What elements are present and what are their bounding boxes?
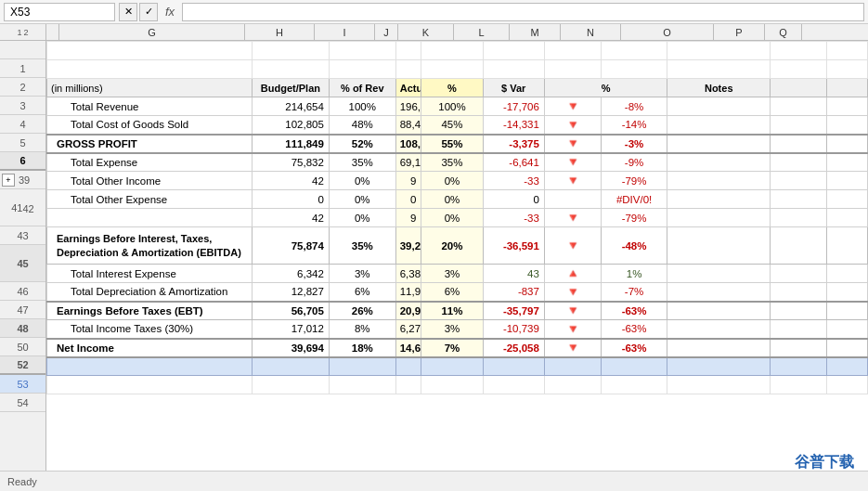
cell-53-j[interactable] — [770, 357, 826, 376]
cell-depreciation-notes — [667, 283, 771, 302]
cell-depreciation-var-pct: -7% — [601, 283, 667, 302]
col-header-k[interactable]: K — [398, 24, 454, 40]
cell-54-k[interactable] — [826, 376, 867, 394]
cell-53-e[interactable] — [421, 357, 483, 376]
col-header-m[interactable]: M — [510, 24, 561, 40]
cell-53-k[interactable] — [826, 357, 867, 376]
cell-interest-actuals: 6,385 — [395, 265, 421, 283]
col-header-n[interactable]: N — [561, 24, 621, 40]
cell-other-expense-var: 0 — [483, 190, 544, 209]
cell-revenue-var-pct: -8% — [601, 97, 667, 116]
cell-revenue-pct: 100% — [421, 97, 483, 116]
cell-54[interactable] — [47, 376, 253, 394]
cell-interest-var-pct: 1% — [601, 265, 667, 283]
cell-cogs-notes — [667, 116, 771, 135]
col-header-i[interactable]: I — [315, 24, 375, 40]
cell-ebt-var: -35,797 — [483, 302, 544, 320]
row-num-54: 54 — [0, 394, 45, 412]
cell-53-d[interactable] — [395, 357, 421, 376]
cell-expense-pct-rev: 35% — [329, 153, 395, 172]
cell-53-b[interactable] — [253, 357, 330, 376]
cancel-formula-button[interactable]: ✕ — [119, 3, 137, 21]
cell-depreciation-var: -837 — [483, 283, 544, 302]
table-row — [47, 60, 868, 79]
row-num-4: 4 — [0, 115, 45, 134]
table-row: 42 0% 9 0% -33 🔻 -79% — [47, 209, 868, 227]
cell-interest-icon: 🔺 — [544, 265, 601, 283]
table-row: Earnings Before Taxes (EBT) 56,705 26% 2… — [47, 302, 868, 320]
cell-ebitda-q — [826, 227, 867, 265]
table-row: Total Revenue 214,654 100% 196,947 100% … — [47, 97, 868, 116]
cell-other-income-var-pct: -79% — [601, 172, 667, 190]
cell-53-h[interactable] — [601, 357, 667, 376]
row-numbers-panel: 1 2 3 4 5 6 + 39 41 42 43 45 46 47 48 — [0, 41, 46, 471]
cell-53-i[interactable] — [667, 357, 771, 376]
cell-expense-q — [826, 153, 867, 172]
cell-gross-pct: 55% — [421, 135, 483, 153]
col-header-num — [46, 24, 59, 40]
cell-ebitda-p — [770, 227, 826, 265]
cell-54-e[interactable] — [421, 376, 483, 394]
grid-area: (in millions) Budget/Plan % of Rev Actua… — [46, 41, 868, 471]
cell-54-i[interactable] — [667, 376, 771, 394]
cell-reference-box[interactable] — [4, 3, 115, 21]
formula-buttons: ✕ ✓ — [119, 3, 158, 21]
cell-54-d[interactable] — [395, 376, 421, 394]
expand-button[interactable]: + — [2, 174, 15, 187]
level-1[interactable]: 1 — [17, 28, 21, 37]
cell-taxes-actuals: 6,272 — [395, 320, 421, 339]
cell-other-income-p — [770, 172, 826, 190]
column-header-row: 1 2 G H I J K L M N O P Q — [0, 24, 868, 41]
col-header-l[interactable]: L — [454, 24, 510, 40]
cell-54-g[interactable] — [544, 376, 601, 394]
cell-53-f[interactable] — [483, 357, 544, 376]
cell-revenue-budget: 214,654 — [253, 97, 330, 116]
cell-ebt-budget: 56,705 — [253, 302, 330, 320]
cell-expense-icon: 🔻 — [544, 153, 601, 172]
table-row: Total Expense 75,832 35% 69,191 35% -6,6… — [47, 153, 868, 172]
cell-gross-var: -3,375 — [483, 135, 544, 153]
cell-53-a[interactable] — [47, 357, 253, 376]
cell-subtotal-pct-rev: 0% — [329, 209, 395, 227]
cell-53-g[interactable] — [544, 357, 601, 376]
header-var-dollar: $ Var — [483, 79, 544, 97]
cell-54-f[interactable] — [483, 376, 544, 394]
cell-54-h[interactable] — [601, 376, 667, 394]
col-header-q[interactable]: Q — [765, 24, 802, 40]
col-header-o[interactable]: O — [621, 24, 714, 40]
col-header-h[interactable]: H — [245, 24, 315, 40]
cell-subtotal-icon: 🔻 — [544, 209, 601, 227]
cell-netincome-pct: 7% — [421, 339, 483, 357]
cell-netincome-notes — [667, 339, 771, 357]
cell-subtotal-actuals: 9 — [395, 209, 421, 227]
cell-revenue-q — [826, 97, 867, 116]
cell-revenue-icon: 🔻 — [544, 97, 601, 116]
level-2[interactable]: 2 — [24, 28, 29, 37]
spreadsheet-app: ✕ ✓ fx 1 2 G H I J K L M N O P Q — [0, 0, 868, 491]
cell-interest-notes — [667, 265, 771, 283]
cell-expense-var-pct: -9% — [601, 153, 667, 172]
cell-ebitda-var-pct: -48% — [601, 227, 667, 265]
row-num-5: 5 — [0, 134, 45, 152]
cell-netincome-p — [770, 339, 826, 357]
cell-other-income-budget: 42 — [253, 172, 330, 190]
cell-ebitda-icon: 🔻 — [544, 227, 601, 265]
cell-gross-icon: 🔻 — [544, 135, 601, 153]
formula-input[interactable] — [182, 3, 864, 21]
cell-other-expense-p — [770, 190, 826, 209]
table-row: Total Depreciation & Amortization 12,827… — [47, 283, 868, 302]
cell-expense-actuals: 69,191 — [395, 153, 421, 172]
cell-other-expense-actuals: 0 — [395, 190, 421, 209]
table-row — [47, 357, 868, 376]
table-row: GROSS PROFIT 111,849 52% 108,474 55% -3,… — [47, 135, 868, 153]
cell-54-j[interactable] — [770, 376, 826, 394]
cell-other-income-actuals: 9 — [395, 172, 421, 190]
confirm-formula-button[interactable]: ✓ — [139, 3, 158, 21]
col-header-g[interactable]: G — [59, 24, 245, 40]
col-header-p[interactable]: P — [714, 24, 765, 40]
cell-53-c[interactable] — [329, 357, 395, 376]
table-row: Total Cost of Goods Sold 102,805 48% 88,… — [47, 116, 868, 135]
col-header-j[interactable]: J — [375, 24, 398, 40]
cell-54-b[interactable] — [253, 376, 330, 394]
cell-54-c[interactable] — [329, 376, 395, 394]
